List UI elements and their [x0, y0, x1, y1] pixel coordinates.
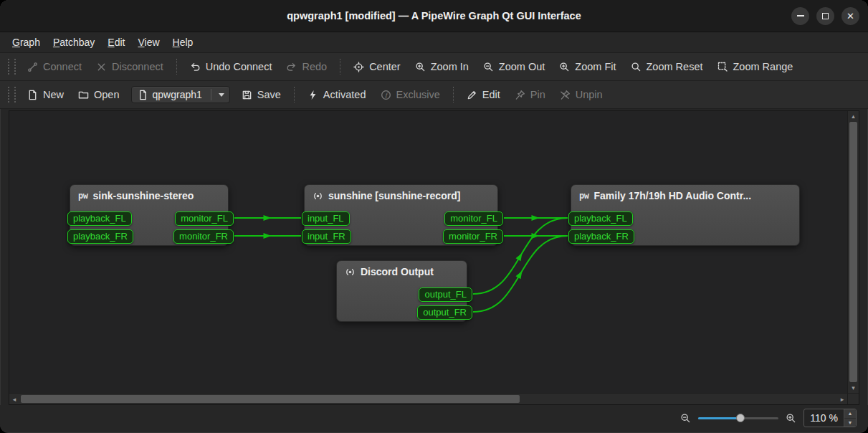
zoom-fit-button[interactable]: Zoom Fit [553, 57, 622, 76]
connect-button[interactable]: Connect [21, 57, 88, 76]
minimize-button[interactable] [791, 7, 809, 25]
open-button[interactable]: Open [72, 85, 125, 104]
horizontal-scrollbar-track[interactable] [19, 394, 837, 404]
zoom-spin-up-button[interactable]: ▲ [844, 409, 856, 418]
maximize-icon [822, 13, 829, 19]
node-title: sunshine [sunshine-record] [328, 190, 460, 201]
toolbar-button-label: Undo Connect [206, 61, 272, 72]
zoom-in-small-button[interactable] [786, 413, 796, 424]
unpin-button[interactable]: Unpin [553, 85, 609, 104]
maximize-button[interactable] [816, 7, 834, 25]
patchbay-profile-select[interactable]: qpwgraph1 [131, 86, 230, 103]
menu-help[interactable]: Help [166, 34, 200, 51]
scroll-down-button[interactable]: ▾ [852, 383, 855, 393]
svg-text:f: f [384, 91, 388, 98]
exclusive-button[interactable]: fExclusive [374, 85, 447, 104]
edit-icon [467, 90, 477, 100]
node-title: Discord Output [361, 266, 434, 277]
zoom-range-button[interactable]: Zoom Range [711, 57, 800, 76]
node-family[interactable]: pwFamily 17h/19h HD Audio Contr...playba… [571, 184, 800, 246]
undo-connect-button[interactable]: Undo Connect [183, 57, 279, 76]
port-monitor_FR[interactable]: monitor_FR [443, 229, 503, 244]
save-button[interactable]: Save [235, 85, 287, 104]
port-playback_FR[interactable]: playback_FR [568, 229, 634, 244]
right-ports: monitor_FLmonitor_FR [173, 211, 234, 244]
pipewire-icon: pw [78, 191, 87, 201]
redo-button[interactable]: Redo [280, 57, 333, 76]
zoom-out-small-button[interactable] [680, 413, 691, 424]
node-sink[interactable]: pwsink-sunshine-stereoplayback_FLplaybac… [70, 184, 229, 246]
vertical-scrollbar[interactable]: ▴ ▾ [847, 111, 859, 393]
connection-arrow-icon [264, 233, 272, 239]
connection-arrow-icon [516, 270, 525, 280]
toolbar-button-label: Open [94, 89, 119, 100]
save-icon [242, 90, 252, 100]
toolbar-handle[interactable] [8, 59, 16, 75]
port-playback_FL[interactable]: playback_FL [67, 211, 132, 226]
port-input_FR[interactable]: input_FR [302, 229, 351, 244]
chevron-down-icon [219, 93, 224, 97]
vertical-scrollbar-thumb[interactable] [849, 122, 857, 382]
port-playback_FR[interactable]: playback_FR [67, 229, 133, 244]
connection[interactable] [473, 236, 568, 312]
audio-icon [313, 191, 323, 201]
zoom-out-button[interactable]: Zoom Out [477, 57, 551, 76]
zoom-in-button[interactable]: Zoom In [409, 57, 475, 76]
toolbar-button-label: Unpin [576, 89, 603, 100]
node-title: Family 17h/19h HD Audio Contr... [593, 190, 751, 201]
toolbar-button-label: Center [369, 61, 401, 72]
node-title-bar[interactable]: pwsink-sunshine-stereo [70, 185, 228, 201]
toolbar-handle[interactable] [8, 87, 16, 103]
zoom-slider[interactable] [698, 412, 778, 424]
center-icon [353, 62, 364, 72]
menu-patchbay[interactable]: Patchbay [47, 34, 101, 51]
node-title-bar[interactable]: Discord Output [337, 261, 467, 277]
toolbar-button-label: Edit [482, 89, 500, 100]
zoom-value[interactable]: 110 % [804, 409, 844, 427]
pin-icon [515, 90, 525, 100]
port-output_FR[interactable]: output_FR [417, 305, 472, 320]
edit-button[interactable]: Edit [460, 85, 507, 104]
zoom-spinbox[interactable]: 110 % ▲ ▼ [803, 409, 857, 427]
node-title: sink-sunshine-stereo [92, 190, 194, 201]
close-button[interactable]: ✕ [841, 7, 859, 25]
port-input_FL[interactable]: input_FL [302, 211, 350, 226]
zoom-reset-icon [631, 62, 642, 72]
toolbar-graph: ConnectDisconnectUndo ConnectRedoCenterZ… [0, 53, 868, 81]
port-output_FL[interactable]: output_FL [419, 287, 472, 302]
horizontal-scrollbar-thumb[interactable] [21, 395, 520, 403]
titlebar: qpwgraph1 [modified] — A PipeWire Graph … [0, 0, 868, 32]
toolbar-button-label: Zoom Out [499, 61, 545, 72]
scroll-left-button[interactable]: ◂ [9, 394, 19, 404]
zoom-slider-handle[interactable] [736, 414, 745, 422]
undo-icon [190, 62, 201, 72]
activated-button[interactable]: Activated [301, 85, 373, 104]
center-button[interactable]: Center [347, 57, 407, 76]
connection-arrow-icon [516, 252, 525, 262]
port-monitor_FL[interactable]: monitor_FL [444, 211, 503, 226]
menu-view[interactable]: View [131, 34, 166, 51]
horizontal-scrollbar[interactable]: ◂ ▸ [9, 394, 847, 404]
port-monitor_FR[interactable]: monitor_FR [173, 229, 234, 244]
scroll-right-button[interactable]: ▸ [837, 394, 847, 404]
scroll-up-button[interactable]: ▴ [852, 111, 855, 121]
port-playback_FL[interactable]: playback_FL [568, 211, 633, 226]
new-button[interactable]: New [21, 85, 70, 104]
zoom-spin-down-button[interactable]: ▼ [844, 418, 856, 427]
menu-graph[interactable]: Graph [6, 34, 47, 51]
node-title-bar[interactable]: sunshine [sunshine-record] [305, 185, 497, 201]
activated-icon [307, 90, 318, 100]
node-sunshine[interactable]: sunshine [sunshine-record]input_FLinput_… [304, 184, 498, 246]
statusbar: 110 % ▲ ▼ [0, 405, 868, 431]
port-monitor_FL[interactable]: monitor_FL [175, 211, 234, 226]
graph-canvas[interactable]: pwsink-sunshine-stereoplayback_FLplaybac… [9, 111, 847, 393]
node-discord[interactable]: Discord Outputoutput_FLoutput_FR [336, 260, 467, 322]
zoom-reset-button[interactable]: Zoom Reset [624, 57, 710, 76]
toolbar-separator [453, 87, 454, 103]
pin-button[interactable]: Pin [508, 85, 552, 104]
scrollbar-corner [847, 394, 859, 404]
disconnect-button[interactable]: Disconnect [90, 57, 170, 76]
node-title-bar[interactable]: pwFamily 17h/19h HD Audio Contr... [571, 185, 799, 201]
connection-arrow-icon [532, 215, 540, 221]
menu-edit[interactable]: Edit [101, 34, 131, 51]
